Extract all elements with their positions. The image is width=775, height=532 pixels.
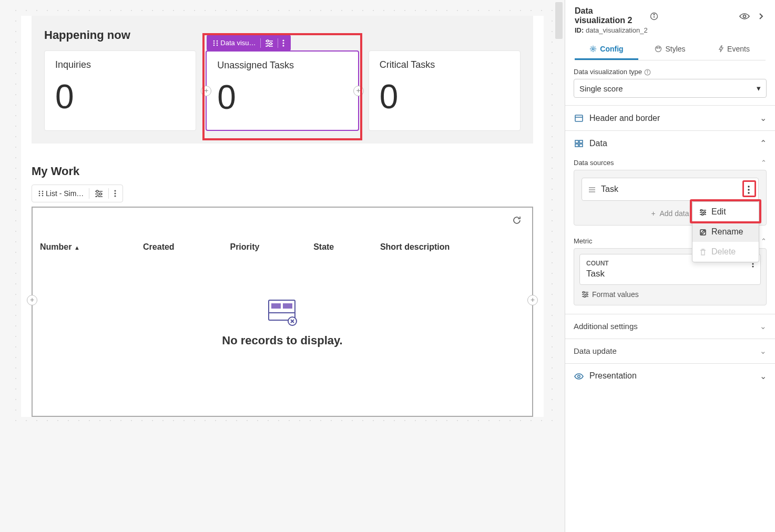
section-title: My Work <box>32 165 544 178</box>
svg-point-26 <box>97 196 99 197</box>
svg-point-13 <box>282 42 284 44</box>
svg-point-17 <box>39 193 40 195</box>
svg-point-15 <box>39 191 40 192</box>
drag-handle-icon[interactable]: Data visu… <box>210 37 259 49</box>
svg-point-29 <box>115 195 116 197</box>
tab-styles[interactable]: Styles <box>638 39 702 60</box>
drag-handle-icon[interactable]: List - Sim… <box>34 187 88 200</box>
svg-rect-32 <box>283 303 292 309</box>
chevron-right-icon[interactable] <box>756 10 766 22</box>
scrollbar[interactable] <box>555 2 563 39</box>
col-created[interactable]: Created <box>136 234 222 260</box>
sliders-icon <box>699 207 707 217</box>
edit-icon <box>699 227 707 237</box>
svg-point-4 <box>213 44 215 46</box>
card-critical-tasks[interactable]: Critical Tasks 0 <box>369 50 521 131</box>
section-happening-now: Happening now Inquiries 0 <box>32 16 533 144</box>
svg-point-0 <box>213 40 215 42</box>
svg-point-27 <box>115 190 116 191</box>
visibility-icon[interactable] <box>737 10 752 22</box>
metric-label: Metric <box>574 237 592 245</box>
menu-item-rename[interactable]: Rename <box>692 222 759 242</box>
data-icon <box>574 139 584 148</box>
svg-rect-51 <box>579 140 583 143</box>
settings-icon[interactable] <box>90 188 107 199</box>
caret-down-icon: ▾ <box>757 84 761 93</box>
svg-point-76 <box>578 375 580 377</box>
chevron-down-icon: ⌄ <box>760 322 767 331</box>
svg-point-59 <box>748 192 749 193</box>
svg-point-71 <box>583 291 584 293</box>
col-state[interactable]: State <box>306 234 373 260</box>
panel-id: ID: data_visualization_2 <box>575 26 766 34</box>
card-value: 0 <box>55 80 185 114</box>
refresh-icon[interactable] <box>512 215 522 225</box>
data-source-item-task[interactable]: Task Edit <box>582 178 759 201</box>
svg-point-43 <box>657 47 658 48</box>
info-icon[interactable] <box>644 68 651 75</box>
add-left-button[interactable]: + <box>201 86 211 96</box>
acc-data[interactable]: Data ⌃ <box>565 131 775 156</box>
svg-point-9 <box>270 43 272 45</box>
svg-point-63 <box>703 211 705 213</box>
component-toolbar[interactable]: Data visu… <box>207 35 290 51</box>
info-icon[interactable] <box>648 10 660 22</box>
card-value: 0 <box>380 80 509 114</box>
svg-point-22 <box>96 190 98 192</box>
page-builder-canvas[interactable]: Happening now Inquiries 0 <box>0 0 565 532</box>
svg-point-69 <box>752 265 754 267</box>
acc-additional-settings[interactable]: Additional settings ⌄ <box>565 314 775 339</box>
kebab-menu-icon[interactable] <box>746 183 752 195</box>
card-unassigned-tasks[interactable]: Data visu… + <box>206 50 359 131</box>
panel-title: Data visualization 2 <box>575 6 644 25</box>
lightning-icon <box>718 45 724 53</box>
settings-icon[interactable] <box>262 37 277 49</box>
col-short-description[interactable]: Short description <box>373 234 532 260</box>
list-component-toolbar[interactable]: List - Sim… <box>32 185 123 202</box>
add-right-button[interactable]: + <box>353 86 364 96</box>
svg-point-39 <box>654 14 655 15</box>
kebab-menu-icon[interactable] <box>110 188 120 199</box>
card-inquiries[interactable]: Inquiries 0 <box>44 50 196 131</box>
empty-state: No records to display. <box>33 260 532 384</box>
add-right-button[interactable]: + <box>527 295 538 305</box>
svg-rect-52 <box>575 144 578 147</box>
tab-config[interactable]: Config <box>575 39 638 60</box>
card-value: 0 <box>217 80 347 114</box>
menu-item-edit[interactable]: Edit <box>692 202 759 222</box>
card-title: Inquiries <box>55 59 185 70</box>
svg-point-65 <box>701 213 703 215</box>
chevron-up-icon[interactable]: ⌃ <box>761 237 767 245</box>
svg-point-14 <box>282 45 284 46</box>
col-priority[interactable]: Priority <box>222 234 306 260</box>
svg-point-5 <box>217 44 218 46</box>
svg-point-24 <box>99 193 101 195</box>
acc-header-border[interactable]: Header and border ⌄ <box>565 106 775 130</box>
viz-type-select[interactable]: Single score ▾ <box>574 79 767 98</box>
svg-point-58 <box>748 189 749 190</box>
viz-type-label: Data visualization type <box>574 68 767 76</box>
chevron-up-icon: ⌃ <box>760 138 767 148</box>
toolbar-label: List - Sim… <box>46 189 84 198</box>
kebab-menu-icon[interactable] <box>279 37 288 49</box>
acc-presentation[interactable]: Presentation ⌄ <box>565 364 775 388</box>
format-values-button[interactable]: Format values <box>579 285 761 300</box>
acc-data-update[interactable]: Data update ⌄ <box>565 339 775 363</box>
list-container[interactable]: + + Number ▲ Created Priority <box>32 207 533 417</box>
svg-point-18 <box>42 193 44 195</box>
empty-illustration-icon <box>267 297 298 323</box>
col-number[interactable]: Number ▲ <box>33 234 136 260</box>
svg-point-19 <box>39 195 40 197</box>
data-sources-box: Task Edit <box>574 170 767 226</box>
svg-point-44 <box>659 47 660 48</box>
chevron-up-icon[interactable]: ⌃ <box>761 159 767 167</box>
tab-events[interactable]: Events <box>702 39 766 60</box>
svg-point-57 <box>748 186 749 187</box>
eye-icon <box>574 371 584 381</box>
data-table: Number ▲ Created Priority State Short de… <box>33 234 532 260</box>
svg-point-12 <box>282 39 284 41</box>
chevron-down-icon: ⌄ <box>760 371 767 381</box>
svg-point-61 <box>700 209 702 211</box>
metric-name: Task <box>586 269 754 279</box>
svg-point-41 <box>592 48 594 50</box>
